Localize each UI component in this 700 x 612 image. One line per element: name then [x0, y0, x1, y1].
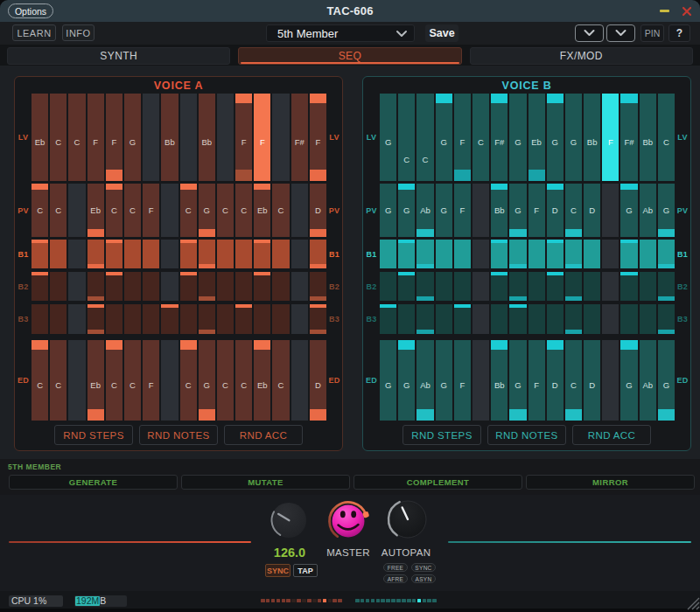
step-cell-10[interactable]: D — [547, 340, 564, 421]
step-cell-9[interactable] — [180, 304, 197, 334]
step-cell-3[interactable]: C — [416, 94, 433, 181]
step-cell-8[interactable]: G — [509, 184, 526, 237]
step-cell-14[interactable]: G — [620, 184, 637, 237]
step-cell-3[interactable]: Ab — [416, 184, 433, 237]
step-cell-11[interactable] — [565, 240, 582, 268]
step-cell-13[interactable] — [602, 304, 619, 334]
step-cell-4[interactable]: Eb — [88, 340, 104, 421]
step-cell-10[interactable]: G — [199, 184, 215, 237]
step-cell-12[interactable]: F — [235, 94, 252, 181]
step-cell-14[interactable]: G — [620, 340, 637, 421]
step-cell-7[interactable]: F# — [491, 94, 508, 181]
step-cell-7[interactable] — [491, 272, 508, 301]
step-cell-16[interactable]: G — [658, 340, 675, 421]
step-cell-14[interactable]: C — [272, 184, 289, 237]
step-cell-1[interactable]: C — [32, 340, 48, 421]
step-cell-8[interactable] — [509, 304, 526, 334]
step-cell-6[interactable] — [472, 272, 489, 301]
step-cell-10[interactable] — [547, 304, 564, 334]
step-cell-8[interactable] — [509, 240, 526, 268]
step-cell-4[interactable] — [436, 240, 452, 268]
step-cell-10[interactable]: G — [199, 340, 215, 421]
step-cell-10[interactable] — [547, 272, 564, 301]
step-cell-9[interactable]: F — [528, 340, 545, 421]
tab-synth[interactable]: SYNTH — [7, 47, 230, 65]
rnd-notes-button[interactable]: RND NOTES — [487, 425, 566, 445]
rnd-acc-button[interactable]: RND ACC — [572, 425, 651, 445]
step-cell-12[interactable] — [584, 272, 600, 301]
step-cell-6[interactable]: C — [472, 94, 489, 181]
autopan-knob[interactable] — [383, 495, 432, 544]
step-cell-14[interactable] — [272, 240, 289, 268]
step-cell-6[interactable] — [472, 184, 489, 237]
complement-button[interactable]: COMPLEMENT — [354, 475, 522, 490]
step-cell-7[interactable] — [491, 240, 508, 268]
step-cell-1[interactable]: C — [32, 184, 48, 237]
master-knob[interactable] — [324, 497, 373, 546]
step-cell-14[interactable] — [272, 272, 289, 301]
step-cell-15[interactable] — [291, 272, 308, 301]
step-cell-5[interactable]: C — [106, 340, 122, 421]
step-cell-2[interactable]: C — [398, 94, 415, 181]
step-cell-16[interactable] — [658, 304, 675, 334]
step-cell-16[interactable] — [658, 240, 675, 268]
step-cell-8[interactable]: G — [509, 94, 526, 181]
step-cell-1[interactable] — [380, 304, 396, 334]
step-cell-14[interactable] — [620, 272, 637, 301]
step-cell-13[interactable] — [602, 272, 619, 301]
step-cell-4[interactable]: G — [436, 340, 452, 421]
autopan-asyn-button[interactable]: ASYN — [411, 574, 436, 583]
step-cell-2[interactable] — [398, 240, 415, 268]
step-cell-8[interactable]: G — [509, 340, 526, 421]
step-cell-13[interactable] — [254, 304, 270, 334]
step-cell-6[interactable] — [124, 304, 141, 334]
step-cell-5[interactable] — [106, 272, 122, 301]
step-cell-6[interactable] — [472, 240, 489, 268]
step-cell-8[interactable]: Bb — [161, 94, 178, 181]
step-cell-13[interactable] — [602, 184, 619, 237]
step-cell-14[interactable] — [272, 304, 289, 334]
step-cell-15[interactable] — [640, 304, 656, 334]
step-cell-2[interactable] — [50, 304, 66, 334]
step-cell-12[interactable] — [235, 304, 252, 334]
step-cell-7[interactable] — [491, 304, 508, 334]
memory-field[interactable]: 192M B — [74, 595, 127, 607]
bpm-knob[interactable] — [266, 497, 312, 543]
step-cell-16[interactable] — [310, 272, 326, 301]
step-cell-7[interactable] — [143, 304, 159, 334]
step-cell-15[interactable] — [640, 272, 656, 301]
step-cell-5[interactable]: F — [454, 94, 471, 181]
preset-dropdown[interactable]: 5th Member — [266, 24, 415, 42]
step-cell-4[interactable]: Eb — [88, 184, 104, 237]
step-cell-7[interactable]: Bb — [491, 184, 508, 237]
learn-button[interactable]: LEARN — [12, 24, 56, 41]
step-cell-13[interactable] — [602, 240, 619, 268]
step-cell-2[interactable] — [50, 272, 66, 301]
step-cell-15[interactable]: Ab — [640, 340, 656, 421]
info-button[interactable]: INFO — [62, 24, 94, 41]
step-cell-9[interactable] — [528, 240, 545, 268]
step-cell-11[interactable]: G — [565, 94, 582, 181]
step-cell-5[interactable] — [454, 272, 471, 301]
bpm-value[interactable]: 126.0 — [255, 546, 325, 560]
step-cell-10[interactable] — [199, 304, 215, 334]
step-cell-8[interactable] — [161, 304, 178, 334]
close-button[interactable] — [678, 3, 696, 18]
step-cell-12[interactable]: D — [584, 340, 600, 421]
tab-seq[interactable]: SEQ — [238, 47, 461, 65]
step-cell-16[interactable]: C — [658, 94, 675, 181]
step-cell-5[interactable] — [454, 304, 471, 334]
step-cell-6[interactable] — [124, 240, 141, 268]
step-cell-5[interactable]: F — [454, 184, 471, 237]
step-cell-4[interactable]: G — [436, 94, 452, 181]
step-cell-1[interactable] — [32, 240, 48, 268]
help-button[interactable]: ? — [668, 24, 690, 42]
step-cell-1[interactable]: G — [380, 340, 396, 421]
save-button[interactable]: Save — [425, 24, 458, 42]
step-cell-3[interactable] — [416, 304, 433, 334]
step-cell-16[interactable] — [658, 272, 675, 301]
step-cell-14[interactable] — [620, 304, 637, 334]
step-cell-13[interactable]: F — [602, 94, 619, 181]
step-cell-2[interactable]: G — [398, 340, 415, 421]
step-cell-16[interactable] — [310, 304, 326, 334]
